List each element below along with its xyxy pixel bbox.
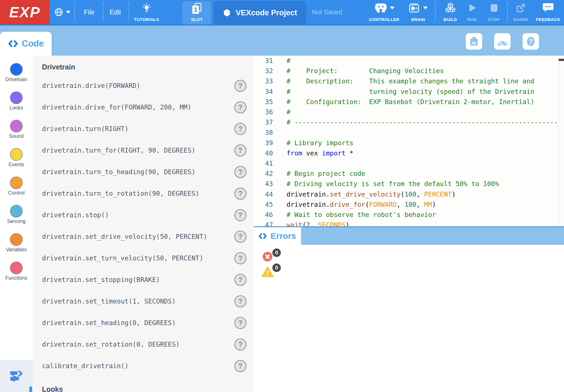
command-text[interactable]: drivetrain.turn_to_rotation(90, DEGREES): [42, 190, 199, 197]
run-button[interactable]: RUN: [462, 0, 482, 24]
line-number: 44: [254, 191, 273, 198]
code-token: ,: [416, 191, 424, 198]
sidebar-item-control[interactable]: Control: [8, 176, 24, 196]
code-editor[interactable]: 31#32# Project: Changing Velocities33# D…: [254, 56, 564, 226]
command-help-button[interactable]: ?: [234, 80, 247, 92]
sidebar-item-looks[interactable]: Looks: [9, 91, 23, 111]
code-token: FORWARD: [369, 201, 397, 208]
command-row: drivetrain.turn_to_rotation(90, DEGREES)…: [42, 183, 254, 204]
error-count-badge: 0: [272, 248, 281, 257]
line-number: 45: [254, 201, 273, 208]
command-help-button[interactable]: ?: [234, 338, 247, 351]
code-line: 46# Wait to observe the robot's behavior: [254, 210, 564, 220]
stop-button[interactable]: STOP: [484, 0, 504, 24]
code-text: # --------------------------------------…: [287, 119, 564, 126]
command-help-button[interactable]: ?: [234, 101, 247, 113]
language-menu[interactable]: [53, 0, 72, 24]
slot-button[interactable]: 1 SLOT: [182, 0, 211, 24]
controller-label: CONTROLLER: [369, 17, 399, 22]
command-text[interactable]: drivetrain.set_heading(0, DEGREES): [42, 319, 176, 326]
code-token: # Wait to observe the robot's behavior: [287, 211, 436, 218]
brain-button[interactable]: BRAIN: [403, 0, 433, 24]
device-info-button[interactable]: [466, 33, 482, 50]
command-row: drivetrain.set_timeout(1, SECONDS)?: [42, 290, 254, 312]
category-label: Sound: [9, 133, 24, 139]
category-label: Looks: [9, 105, 23, 111]
code-text: drivetrain.set_drive_velocity(100, PERCE…: [287, 191, 456, 198]
line-number: 43: [254, 180, 273, 187]
controller-button[interactable]: CONTROLLER: [365, 0, 403, 24]
code-token: 100: [404, 191, 416, 198]
command-row: drivetrain.set_drive_velocity(50, PERCEN…: [42, 226, 254, 247]
dashboard-button[interactable]: [494, 33, 511, 50]
sidebar-item-functions[interactable]: Functions: [5, 262, 27, 281]
command-text[interactable]: drivetrain.turn_for(RIGHT, 90, DEGREES): [42, 147, 195, 154]
sidebar-item-sensing[interactable]: Sensing: [7, 205, 26, 224]
command-row: drivetrain.stop()?: [42, 204, 254, 226]
code-token: # Configuration: EXP Basebot (Drivetrain…: [287, 98, 534, 106]
command-help-button[interactable]: ?: [234, 317, 247, 329]
command-text[interactable]: drivetrain.set_stopping(BRAKE): [42, 276, 160, 283]
file-menu[interactable]: File: [77, 0, 101, 24]
command-text[interactable]: drivetrain.stop(): [42, 211, 109, 219]
code-token: ,: [310, 221, 318, 226]
command-help-button[interactable]: ?: [234, 166, 247, 178]
chevron-down-icon: [66, 11, 70, 14]
editor-scrollbar[interactable]: [558, 57, 564, 226]
code-text: # Description: This example changes the …: [287, 77, 534, 85]
command-text[interactable]: drivetrain.drive(FORWARD): [42, 82, 140, 89]
errors-header: Errors: [254, 227, 564, 245]
help-button[interactable]: ?: [523, 33, 539, 50]
sidebar-item-events[interactable]: Events: [9, 148, 24, 168]
sidebar-item-sound[interactable]: Sound: [9, 120, 24, 139]
command-help-button[interactable]: ?: [234, 123, 247, 135]
error-icon: [262, 252, 273, 262]
command-help-button[interactable]: ?: [234, 231, 247, 243]
variables-category-icon: [10, 233, 23, 246]
code-text: #: [287, 57, 291, 64]
command-text[interactable]: drivetrain.set_rotation(0, DEGREES): [42, 341, 180, 348]
command-text[interactable]: drivetrain.set_turn_velocity(50, PERCENT…: [42, 254, 203, 262]
editor-scrollbar-thumb[interactable]: [559, 59, 564, 61]
gauge-icon: [496, 35, 508, 47]
tutorials-label: TUTORIALS: [134, 17, 159, 22]
command-text[interactable]: drivetrain.set_drive_velocity(50, PERCEN…: [42, 233, 207, 240]
command-help-button[interactable]: ?: [234, 144, 247, 157]
category-label: Control: [8, 190, 24, 196]
command-text[interactable]: drivetrain.set_timeout(1, SECONDS): [42, 298, 176, 305]
command-text[interactable]: calibrate_drivetrain(): [42, 362, 129, 370]
feedback-button[interactable]: FEEDBACK: [534, 0, 562, 24]
code-line: 34# turning velocity (speed) of the Driv…: [254, 87, 564, 97]
toolbar-divider: [103, 2, 103, 21]
build-button[interactable]: BUILD: [440, 0, 461, 24]
share-button[interactable]: SHARE: [510, 0, 531, 24]
command-text[interactable]: drivetrain.drive_for(FORWARD, 200, MM): [42, 104, 191, 111]
code-text: # Driving velocity is set from the defau…: [287, 180, 499, 187]
command-help-button[interactable]: ?: [234, 252, 247, 264]
line-number: 41: [254, 160, 273, 167]
command-help-button[interactable]: ?: [234, 274, 247, 286]
tutorials-button[interactable]: TUTORIALS: [129, 0, 164, 24]
line-number: 46: [254, 211, 273, 218]
sidebar-item-variables[interactable]: Variables: [6, 233, 27, 253]
command-help-button[interactable]: ?: [234, 187, 247, 200]
command-row: drivetrain.set_turn_velocity(50, PERCENT…: [42, 247, 254, 269]
edit-menu[interactable]: Edit: [104, 0, 127, 24]
run-label: RUN: [467, 17, 477, 22]
code-line: 42# Begin project code: [254, 168, 564, 179]
command-panel-scrollbar[interactable]: [29, 386, 32, 392]
command-help-button[interactable]: ?: [234, 209, 247, 221]
code-token: drivetrain.: [287, 191, 330, 198]
command-text[interactable]: drivetrain.turn(RIGHT): [42, 125, 129, 132]
project-name-button[interactable]: VEXcode Project: [214, 1, 306, 24]
sidebar-item-drivetrain[interactable]: Drivetrain: [5, 63, 27, 83]
workspace-bar: Code: [0, 26, 564, 56]
tab-errors[interactable]: Errors: [254, 227, 301, 245]
rail-footer: [0, 360, 33, 392]
tab-code[interactable]: Code: [0, 32, 52, 56]
command-text[interactable]: drivetrain.turn_to_heading(90, DEGREES): [42, 168, 195, 176]
command-help-button[interactable]: ?: [234, 360, 247, 372]
line-number: 47: [254, 221, 273, 226]
blocks-toggle-button[interactable]: [9, 369, 24, 383]
command-help-button[interactable]: ?: [234, 295, 247, 307]
